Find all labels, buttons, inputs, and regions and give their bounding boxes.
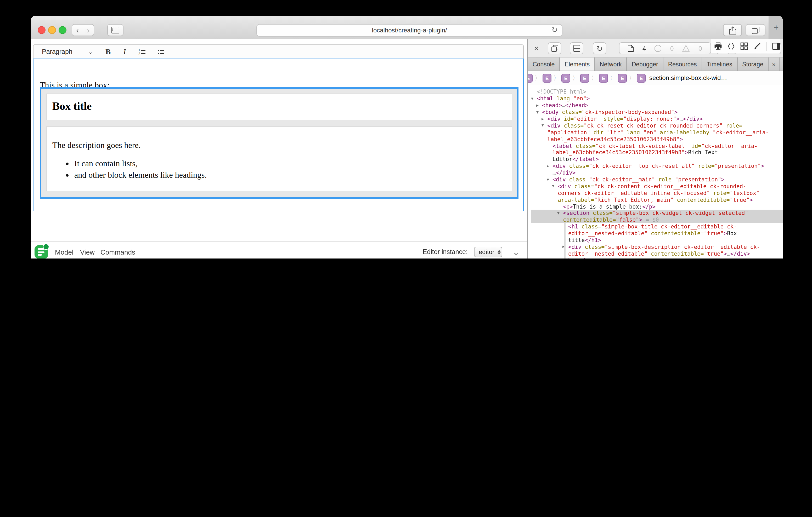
zoom-window-button[interactable] (59, 26, 66, 34)
tab-network[interactable]: Network (595, 58, 627, 70)
code-line[interactable]: corners ck-editor__editable_inline ck-fo… (531, 189, 783, 196)
token: "simple-box-description ck-editor__edita… (605, 244, 760, 250)
resource-issues-group[interactable]: 4 0 0 (619, 42, 711, 54)
tab-debugger[interactable]: Debugger (627, 58, 663, 70)
detach-devtools-button[interactable] (548, 42, 561, 54)
close-devtools-button[interactable]: ✕ (531, 42, 542, 54)
element-badge[interactable]: E (528, 73, 532, 82)
paragraph-dropdown[interactable]: Paragraph ⌄ (42, 48, 93, 55)
reload-icon[interactable]: ↻ (552, 26, 558, 34)
code-line[interactable]: ▼<html lang="en"> (531, 95, 783, 102)
code-line[interactable]: title</h1> (531, 237, 783, 243)
code-line[interactable]: ▶<div class="simple-box-description ck-e… (531, 243, 783, 250)
code-line[interactable]: contenteditable="false"> = $0 (531, 216, 783, 223)
print-icon[interactable] (714, 42, 722, 50)
editor-instance-select[interactable]: editor (474, 247, 502, 257)
tab-resources[interactable]: Resources (663, 58, 702, 70)
code-line[interactable]: ▼<div class="ck ck-editor__main" role="p… (531, 176, 783, 183)
share-icon (729, 26, 736, 34)
token: editor__nested-editable" (568, 230, 647, 236)
new-tab-button[interactable]: + (768, 16, 783, 39)
code-line[interactable]: …</div> (531, 169, 783, 176)
ckeditor-logo-icon (34, 245, 48, 258)
dock-side-button[interactable] (570, 42, 583, 54)
code-line[interactable]: ▶<div id="editor" style="display: none;"… (531, 115, 783, 122)
collapse-inspector-icon[interactable]: ⌄ (512, 246, 520, 258)
disclosure-closed-icon[interactable]: ▶ (542, 116, 547, 121)
bulleted-list-button[interactable] (158, 50, 165, 54)
share-button[interactable] (723, 24, 742, 36)
reload-page-button[interactable]: ↻ (593, 42, 606, 54)
simple-box-title[interactable]: Box title (46, 94, 512, 120)
code-brackets-icon[interactable] (727, 42, 735, 50)
disclosure-open-icon[interactable]: ▼ (547, 177, 552, 182)
code-line[interactable]: </section> (531, 257, 783, 258)
browser-titlebar: ‹ › localhost/creating-a-plugin/ ↻ + (31, 16, 783, 40)
forward-button[interactable]: › (83, 24, 94, 36)
disclosure-closed-icon[interactable]: ▶ (536, 103, 542, 108)
code-line[interactable]: Editor</label> (531, 156, 783, 162)
token: "ck ck-reset ck-editor ck-rounded-corner… (584, 122, 723, 129)
italic-button[interactable]: I (123, 47, 126, 56)
breadcrumb-current[interactable]: section.simple-box.ck-wid… (649, 74, 727, 82)
tab-view[interactable]: View (80, 248, 95, 256)
tab-timelines[interactable]: Timelines (702, 58, 738, 70)
grid-icon[interactable] (740, 42, 748, 50)
list-item[interactable]: and other block elements like headings. (74, 170, 512, 180)
back-button[interactable]: ‹ (72, 24, 83, 36)
disclosure-open-icon[interactable]: ▼ (536, 110, 542, 114)
code-line[interactable]: <!DOCTYPE html> (531, 88, 783, 95)
details-sidebar-toggle-icon[interactable] (772, 42, 780, 50)
list-item[interactable]: It can contain lists, (74, 158, 512, 168)
element-badge[interactable]: E (580, 73, 589, 82)
disclosure-open-icon[interactable]: ▼ (557, 211, 563, 215)
code-line[interactable]: editor__nested-editable" contenteditable… (531, 250, 783, 257)
disclosure-open-icon[interactable]: ▼ (542, 123, 547, 128)
close-window-button[interactable] (38, 26, 46, 34)
token: </div> (683, 116, 703, 122)
element-badge[interactable]: E (561, 73, 570, 82)
code-line[interactable]: <label class="ck ck-label ck-voice-label… (531, 142, 783, 149)
token: <div (558, 183, 571, 189)
code-line[interactable]: ▶<div class="ck ck-editor__top ck-reset_… (531, 162, 783, 170)
code-line[interactable]: ▼<body class="ck-inspector-body-expanded… (531, 109, 783, 115)
code-line[interactable]: editor__nested-editable" contenteditable… (531, 230, 783, 237)
tab-console[interactable]: Console (528, 58, 560, 70)
add-tab-button[interactable]: + (780, 58, 783, 70)
minimize-window-button[interactable] (48, 26, 56, 34)
sidebar-toggle-button[interactable] (107, 24, 123, 36)
code-line[interactable]: <h1 class="simple-box-title ck-editor__e… (531, 223, 783, 230)
tab-model[interactable]: Model (55, 248, 74, 256)
token: <h1 (568, 223, 578, 230)
code-line[interactable]: ▼<div class="ck ck-content ck-editor__ed… (531, 183, 783, 189)
tab-overview-button[interactable] (746, 24, 765, 36)
element-badge[interactable]: E (618, 73, 627, 82)
address-bar[interactable]: localhost/creating-a-plugin/ ↻ (256, 24, 562, 37)
code-line[interactable]: aria-label="Rich Text Editor, main" cont… (531, 196, 783, 203)
disclosure-open-icon[interactable]: ▼ (552, 184, 558, 188)
disclosure-closed-icon[interactable]: ▶ (562, 244, 568, 249)
tab-commands[interactable]: Commands (100, 248, 135, 256)
element-badge[interactable]: E (599, 73, 608, 82)
token: <body (542, 109, 558, 115)
code-line[interactable]: ▼<div class="ck ck-reset ck-editor ck-ro… (531, 122, 783, 129)
code-line[interactable]: label_e63cbbfece34c53ce23501062343f49b8"… (531, 135, 783, 142)
simple-box-description[interactable]: The description goes here. It can contai… (46, 126, 512, 191)
more-tabs-button[interactable]: » (768, 58, 780, 70)
code-line[interactable]: ▼<section class="simple-box ck-widget ck… (531, 210, 783, 216)
tab-elements[interactable]: Elements (560, 58, 595, 70)
code-line[interactable]: "application" dir="ltr" lang="en" aria-l… (531, 129, 783, 136)
rich-text-editable[interactable]: This is a simple box: Box title The desc… (33, 59, 524, 211)
code-line[interactable]: ▶<head>…</head> (531, 102, 783, 109)
tab-storage[interactable]: Storage (737, 58, 768, 70)
numbered-list-button[interactable]: 1 2 (138, 49, 145, 55)
paint-brush-icon[interactable] (753, 42, 761, 50)
code-line[interactable]: label_e63cbbfece34c53ce23501062343f49b8"… (531, 149, 783, 156)
code-line[interactable]: <p>This is a simple box:</p> (531, 203, 783, 210)
disclosure-open-icon[interactable]: ▼ (531, 96, 537, 101)
simple-box-widget[interactable]: Box title The description goes here. It … (40, 87, 519, 199)
element-badge[interactable]: E (543, 73, 551, 82)
disclosure-closed-icon[interactable]: ▶ (547, 163, 552, 168)
bold-button[interactable]: B (106, 47, 111, 56)
element-badge[interactable]: E (637, 73, 646, 82)
